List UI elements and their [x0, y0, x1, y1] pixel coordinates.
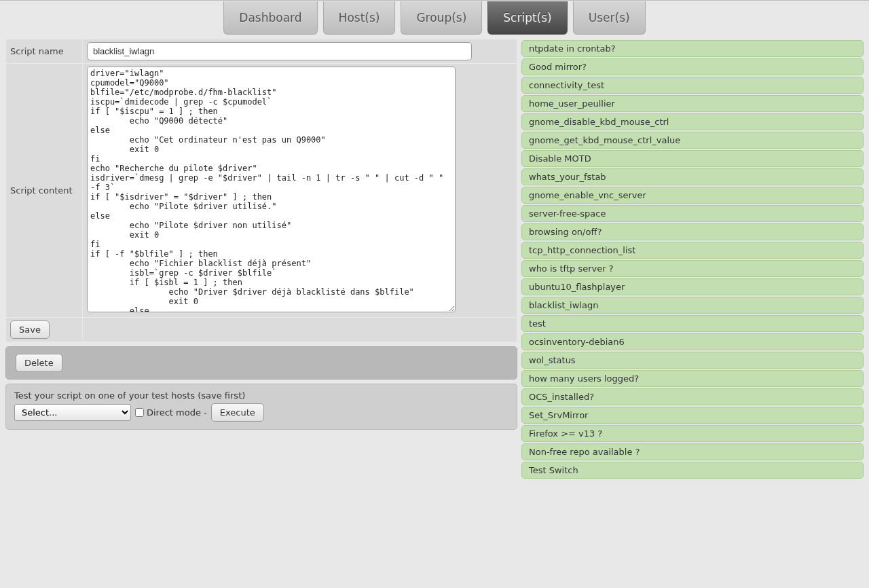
script-form: Script name Script content Save	[5, 39, 517, 342]
script-list-item[interactable]: wol_status	[521, 352, 864, 369]
script-list-item[interactable]: Test Switch	[521, 462, 864, 479]
direct-mode-label[interactable]: Direct mode -	[135, 407, 207, 418]
test-panel: Test your script on one of your test hos…	[5, 384, 517, 430]
script-list-item[interactable]: test	[521, 315, 864, 332]
script-list-item[interactable]: whats_your_fstab	[521, 168, 864, 185]
direct-mode-checkbox[interactable]	[135, 408, 144, 417]
script-list-item[interactable]: OCS_installed?	[521, 388, 864, 405]
script-content-textarea[interactable]	[87, 67, 456, 312]
script-list-item[interactable]: who is tftp server ?	[521, 260, 864, 277]
script-list-item[interactable]: Firefox >= v13 ?	[521, 425, 864, 442]
delete-button[interactable]: Delete	[16, 354, 62, 372]
script-name-input[interactable]	[87, 42, 472, 60]
script-list-item[interactable]: gnome_enable_vnc_server	[521, 187, 864, 204]
script-content-label: Script content	[6, 64, 82, 317]
tab-host-s-[interactable]: Host(s)	[323, 1, 396, 35]
script-list-item[interactable]: Set_SrvMirror	[521, 407, 864, 424]
script-list-item[interactable]: gnome_disable_kbd_mouse_ctrl	[521, 113, 864, 130]
script-list-item[interactable]: ocsinventory-debian6	[521, 333, 864, 350]
script-list-item[interactable]: gnome_get_kbd_mouse_ctrl_value	[521, 132, 864, 149]
tab-group-s-[interactable]: Group(s)	[401, 1, 482, 35]
script-list-item[interactable]: home_user_peullier	[521, 95, 864, 112]
script-name-label: Script name	[6, 39, 82, 63]
test-title: Test your script on one of your test hos…	[14, 390, 509, 401]
script-list-item[interactable]: Disable MOTD	[521, 150, 864, 167]
script-list-item[interactable]: how many users logged?	[521, 370, 864, 387]
save-button[interactable]: Save	[10, 320, 50, 339]
execute-button[interactable]: Execute	[211, 403, 264, 422]
script-list-item[interactable]: browsing on/off?	[521, 223, 864, 240]
script-list: ntpdate in crontab?Good mirror?connectiv…	[521, 39, 864, 480]
script-list-item[interactable]: ubuntu10_flashplayer	[521, 278, 864, 295]
script-list-item[interactable]: blacklist_iwlagn	[521, 297, 864, 314]
main-tabs: DashboardHost(s)Group(s)Script(s)User(s)	[0, 1, 869, 35]
script-list-item[interactable]: ntpdate in crontab?	[521, 40, 864, 57]
tab-script-s-[interactable]: Script(s)	[487, 1, 567, 35]
script-list-item[interactable]: tcp_http_connection_list	[521, 242, 864, 259]
script-list-item[interactable]: Non-free repo available ?	[521, 443, 864, 460]
host-select[interactable]: Select...	[14, 404, 131, 421]
delete-panel: Delete	[5, 346, 517, 380]
tab-user-s-[interactable]: User(s)	[573, 1, 646, 35]
script-list-item[interactable]: connectivity_test	[521, 77, 864, 94]
script-list-item[interactable]: Good mirror?	[521, 58, 864, 75]
tab-dashboard[interactable]: Dashboard	[223, 1, 317, 35]
script-list-item[interactable]: server-free-space	[521, 205, 864, 222]
